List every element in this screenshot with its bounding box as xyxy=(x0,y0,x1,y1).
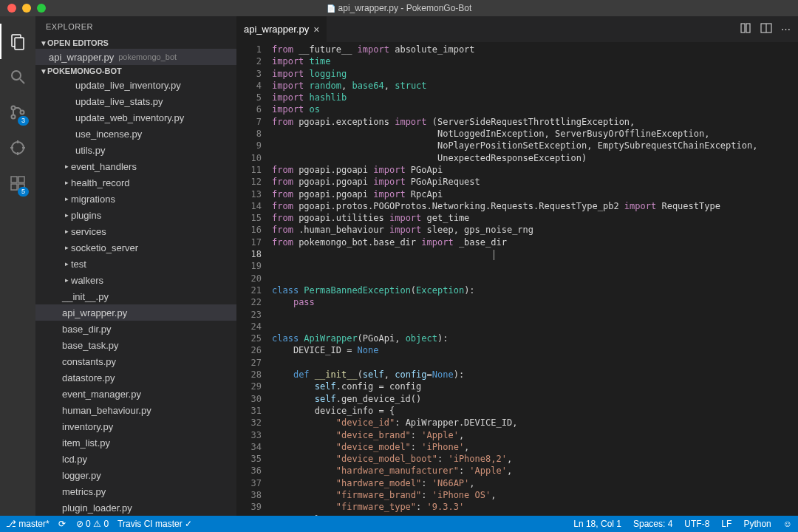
maximize-window-button[interactable] xyxy=(37,4,46,13)
file-item[interactable]: update_live_stats.py xyxy=(35,93,236,109)
status-feedback-icon[interactable]: ☺ xyxy=(783,519,792,529)
chevron-right-icon: ▸ xyxy=(62,211,71,219)
tab-api-wrapper[interactable]: api_wrapper.py × xyxy=(236,16,327,42)
status-eol[interactable]: LF xyxy=(721,519,732,529)
activity-explorer-icon[interactable] xyxy=(0,24,35,59)
editor-area: api_wrapper.py × ⋯ 123456789101112131415… xyxy=(236,16,798,516)
activity-bar: 3 5 xyxy=(0,16,35,516)
file-item[interactable]: use_incense.py xyxy=(35,126,236,142)
svg-rect-12 xyxy=(11,177,17,183)
status-branch[interactable]: ⎇ master* xyxy=(6,519,50,529)
status-encoding[interactable]: UTF-8 xyxy=(684,519,709,529)
window-title: api_wrapper.py - PokemonGo-Bot xyxy=(0,3,798,13)
chevron-right-icon: ▸ xyxy=(62,244,71,251)
status-language[interactable]: Python xyxy=(743,519,771,529)
tree-item-label: lcd.py xyxy=(62,454,87,465)
file-item[interactable]: update_web_inventory.py xyxy=(35,109,236,126)
tree-item-label: use_incense.py xyxy=(75,129,142,140)
editor-tabs: api_wrapper.py × ⋯ xyxy=(236,16,798,42)
caret-down-icon: ▼ xyxy=(40,39,47,47)
file-item[interactable]: base_task.py xyxy=(35,337,236,353)
activity-search-icon[interactable] xyxy=(0,59,35,95)
tree-item-label: test xyxy=(71,259,86,270)
tree-item-label: update_web_inventory.py xyxy=(75,112,184,123)
folder-item[interactable]: ▸services xyxy=(35,223,236,239)
status-spaces[interactable]: Spaces: 4 xyxy=(633,519,672,529)
tree-item-label: __init__.py xyxy=(62,291,109,302)
status-ci[interactable]: Travis CI master ✓ xyxy=(117,519,192,529)
tree-item-label: datastore.py xyxy=(62,372,115,383)
activity-extensions-icon[interactable]: 5 xyxy=(0,166,35,201)
file-item[interactable]: update_live_inventory.py xyxy=(35,77,236,93)
svg-rect-14 xyxy=(11,184,17,190)
file-item[interactable]: lcd.py xyxy=(35,451,236,467)
tree-item-label: logger.py xyxy=(62,470,101,481)
open-editors-section[interactable]: ▼ OPEN EDITORS xyxy=(35,37,236,49)
svg-rect-13 xyxy=(18,177,24,183)
folder-item[interactable]: ▸health_record xyxy=(35,174,236,191)
file-item[interactable]: base_dir.py xyxy=(35,321,236,337)
file-item[interactable]: item_list.py xyxy=(35,434,236,451)
file-item[interactable]: human_behaviour.py xyxy=(35,402,236,418)
code-editor[interactable]: 1234567891011121314151617181920212223242… xyxy=(236,42,798,516)
svg-line-3 xyxy=(20,79,24,83)
status-position[interactable]: Ln 18, Col 1 xyxy=(573,519,621,529)
chevron-right-icon: ▸ xyxy=(62,163,71,170)
open-editor-item[interactable]: api_wrapper.py pokemongo_bot xyxy=(35,49,236,65)
folder-item[interactable]: ▸plugins xyxy=(35,207,236,223)
folder-item[interactable]: ▸event_handlers xyxy=(35,158,236,174)
folder-item[interactable]: ▸walkers xyxy=(35,272,236,288)
file-item[interactable]: plugin_loader.py xyxy=(35,499,236,516)
file-item[interactable]: utils.py xyxy=(35,142,236,158)
workspace-section[interactable]: ▼ POKEMONGO-BOT xyxy=(35,65,236,77)
file-item[interactable]: metrics.py xyxy=(35,483,236,499)
tree-item-label: utils.py xyxy=(75,145,105,156)
svg-rect-17 xyxy=(746,24,750,33)
file-item[interactable]: inventory.py xyxy=(35,418,236,434)
svg-rect-1 xyxy=(15,38,24,50)
tree-item-label: base_dir.py xyxy=(62,324,112,335)
tree-item-label: metrics.py xyxy=(62,486,106,497)
tree-item-label: plugins xyxy=(71,210,101,221)
svg-point-4 xyxy=(12,106,16,110)
chevron-right-icon: ▸ xyxy=(62,195,71,202)
file-item[interactable]: __init__.py xyxy=(35,288,236,304)
tree-item-label: base_task.py xyxy=(62,340,119,351)
minimize-window-button[interactable] xyxy=(22,4,31,13)
file-item[interactable]: datastore.py xyxy=(35,369,236,386)
tree-item-label: services xyxy=(71,226,106,237)
file-tree[interactable]: update_live_inventory.pyupdate_live_stat… xyxy=(35,77,236,516)
open-editor-path: pokemongo_bot xyxy=(118,52,177,61)
tree-item-label: socketio_server xyxy=(71,242,138,253)
tab-close-icon[interactable]: × xyxy=(313,24,319,35)
more-actions-icon[interactable]: ⋯ xyxy=(781,24,791,35)
tree-item-label: health_record xyxy=(71,177,130,188)
status-sync-icon[interactable] xyxy=(58,519,67,529)
open-editors-label: OPEN EDITORS xyxy=(47,38,109,47)
folder-item[interactable]: ▸socketio_server xyxy=(35,239,236,256)
file-item[interactable]: logger.py xyxy=(35,467,236,483)
scm-badge: 3 xyxy=(18,116,29,126)
chevron-right-icon: ▸ xyxy=(62,276,71,284)
chevron-right-icon: ▸ xyxy=(62,228,71,235)
file-item[interactable]: constants.py xyxy=(35,353,236,369)
file-item[interactable]: event_manager.py xyxy=(35,386,236,402)
folder-item[interactable]: ▸test xyxy=(35,256,236,272)
window-controls xyxy=(0,4,46,13)
folder-item[interactable]: ▸migrations xyxy=(35,191,236,207)
tree-item-label: event_manager.py xyxy=(62,389,141,400)
tree-item-label: migrations xyxy=(71,194,115,205)
compare-icon[interactable] xyxy=(740,22,751,36)
file-item[interactable]: api_wrapper.py xyxy=(35,304,236,321)
code-content[interactable]: from __future__ import absolute_importim… xyxy=(272,44,798,516)
split-editor-icon[interactable] xyxy=(760,22,772,36)
activity-scm-icon[interactable]: 3 xyxy=(0,95,35,130)
caret-down-icon: ▼ xyxy=(40,67,47,75)
status-problems[interactable]: ⊘ 0 ⚠ 0 xyxy=(76,519,109,529)
chevron-right-icon: ▸ xyxy=(62,260,71,267)
svg-point-5 xyxy=(12,115,16,119)
svg-rect-16 xyxy=(741,24,745,33)
tree-item-label: inventory.py xyxy=(62,421,113,432)
activity-debug-icon[interactable] xyxy=(0,130,35,166)
close-window-button[interactable] xyxy=(7,4,16,13)
